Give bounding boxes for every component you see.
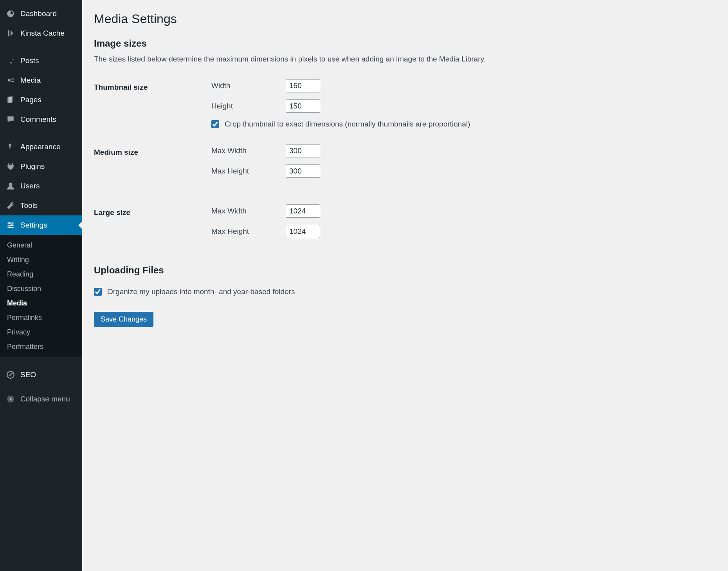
large-maxwidth-label: Max Width (211, 207, 286, 215)
sidebar-item-settings[interactable]: Settings (0, 215, 82, 235)
plugins-icon (5, 161, 16, 172)
large-maxheight-label: Max Height (211, 227, 286, 236)
sidebar-item-label: Tools (20, 201, 38, 210)
svg-point-3 (9, 183, 13, 186)
medium-size-heading: Medium size (94, 140, 207, 189)
menu-separator (0, 129, 82, 137)
submenu-item-permalinks[interactable]: Permalinks (0, 311, 82, 325)
sidebar-item-label: Kinsta Cache (20, 29, 65, 38)
sidebar-item-dashboard[interactable]: Dashboard (0, 4, 82, 23)
collapse-icon (5, 394, 16, 404)
pages-icon (5, 95, 16, 105)
settings-form-table: Thumbnail size Width Height Crop thumbna… (94, 75, 716, 249)
sidebar-item-users[interactable]: Users (0, 176, 82, 196)
main-content: Media Settings Image sizes The sizes lis… (82, 0, 728, 571)
sidebar-item-plugins[interactable]: Plugins (0, 157, 82, 176)
thumbnail-crop-checkbox[interactable] (211, 120, 219, 128)
sidebar-item-label: Media (20, 76, 41, 85)
thumbnail-height-label: Height (211, 102, 286, 110)
sidebar-item-label: Pages (20, 96, 41, 104)
thumbnail-size-heading: Thumbnail size (94, 75, 207, 132)
svg-point-9 (9, 226, 11, 228)
pin-icon (5, 56, 16, 66)
media-icon (5, 75, 16, 85)
kinsta-icon (5, 28, 16, 38)
tools-icon (5, 201, 16, 211)
image-sizes-heading: Image sizes (94, 38, 716, 49)
sidebar-item-appearance[interactable]: Appearance (0, 137, 82, 157)
medium-maxwidth-label: Max Width (211, 146, 286, 155)
svg-point-0 (8, 79, 11, 82)
admin-sidebar: Dashboard Kinsta Cache Posts Media Pages… (0, 0, 82, 571)
submenu-item-general[interactable]: General (0, 238, 82, 253)
thumbnail-crop-label[interactable]: Crop thumbnail to exact dimensions (norm… (225, 120, 470, 128)
save-changes-button[interactable]: Save Changes (94, 312, 153, 327)
svg-point-7 (9, 222, 10, 224)
svg-point-8 (11, 224, 13, 226)
collapse-menu-button[interactable]: Collapse menu (0, 388, 82, 410)
submenu-item-reading[interactable]: Reading (0, 267, 82, 282)
sidebar-item-label: Users (20, 182, 40, 190)
sidebar-item-label: Posts (20, 56, 39, 65)
thumbnail-height-input[interactable] (286, 99, 320, 113)
submenu-item-media[interactable]: Media (0, 296, 82, 311)
large-maxheight-input[interactable] (286, 225, 320, 238)
sidebar-item-label: Dashboard (20, 9, 57, 18)
thumbnail-width-label: Width (211, 81, 286, 90)
sidebar-item-label: Comments (20, 115, 56, 124)
menu-separator (0, 357, 82, 365)
sidebar-item-comments[interactable]: Comments (0, 110, 82, 129)
collapse-label: Collapse menu (20, 395, 70, 403)
large-maxwidth-input[interactable] (286, 204, 320, 218)
submenu-item-discussion[interactable]: Discussion (0, 282, 82, 296)
dashboard-icon (5, 9, 16, 19)
sidebar-item-media[interactable]: Media (0, 70, 82, 90)
comments-icon (5, 114, 16, 125)
appearance-icon (5, 142, 16, 152)
sidebar-item-kinsta-cache[interactable]: Kinsta Cache (0, 23, 82, 43)
large-size-heading: Large size (94, 201, 207, 249)
medium-maxwidth-input[interactable] (286, 144, 320, 157)
svg-rect-2 (9, 96, 13, 102)
page-title: Media Settings (94, 12, 716, 26)
sidebar-item-label: Plugins (20, 162, 45, 171)
medium-maxheight-input[interactable] (286, 164, 320, 178)
menu-separator (0, 43, 82, 51)
submenu-item-perfmatters[interactable]: Perfmatters (0, 340, 82, 354)
organize-uploads-label[interactable]: Organize my uploads into month- and year… (107, 287, 295, 296)
settings-icon (5, 220, 16, 230)
users-icon (5, 181, 16, 191)
uploading-files-heading: Uploading Files (94, 265, 716, 276)
sidebar-item-tools[interactable]: Tools (0, 196, 82, 215)
sidebar-item-seo[interactable]: SEO (0, 365, 82, 385)
seo-icon (5, 370, 16, 380)
settings-submenu: General Writing Reading Discussion Media… (0, 235, 82, 357)
sidebar-item-pages[interactable]: Pages (0, 90, 82, 110)
submenu-item-privacy[interactable]: Privacy (0, 325, 82, 340)
thumbnail-width-input[interactable] (286, 79, 320, 92)
sidebar-item-label: Settings (20, 221, 47, 229)
sidebar-item-posts[interactable]: Posts (0, 51, 82, 70)
sidebar-item-label: SEO (20, 370, 36, 379)
sidebar-item-label: Appearance (20, 143, 60, 151)
medium-maxheight-label: Max Height (211, 167, 286, 175)
submenu-item-writing[interactable]: Writing (0, 253, 82, 267)
organize-uploads-checkbox[interactable] (94, 288, 102, 296)
image-sizes-description: The sizes listed below determine the max… (94, 55, 716, 63)
